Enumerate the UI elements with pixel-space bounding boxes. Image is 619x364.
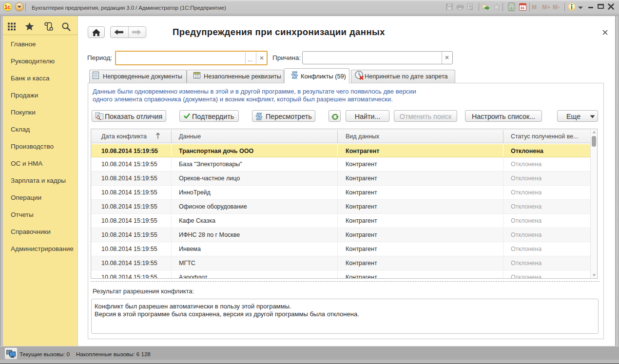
svg-text:1c: 1c [5, 4, 11, 10]
svg-text:31: 31 [520, 6, 524, 10]
